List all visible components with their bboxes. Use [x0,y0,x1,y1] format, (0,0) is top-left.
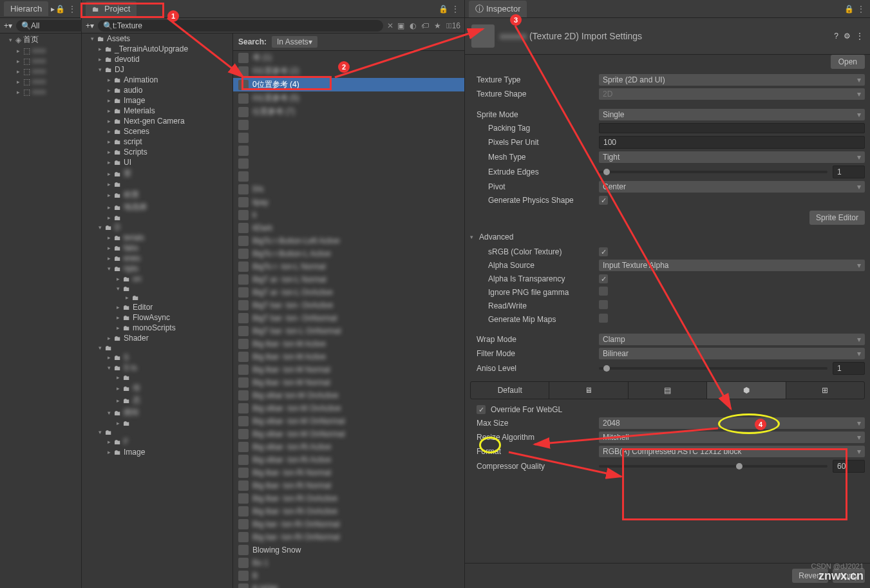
type-icon[interactable]: ◐ [410,21,416,30]
asset-item[interactable]: Big bar- ton-Ri OnNormal [233,531,464,544]
asset-item[interactable] [233,131,464,144]
filter-dropdown[interactable]: Bilinear [599,348,865,359]
ignore-png-checkbox[interactable] [599,287,608,296]
folder-item[interactable]: ▸🖿Animation [82,75,232,85]
extrude-input[interactable]: 1 [833,166,865,178]
resize-dropdown[interactable]: Mitchell [599,432,865,443]
platform-windows-tab[interactable]: ⊞ [786,382,864,399]
folder-item[interactable]: ▾🖿 [82,343,232,352]
asset-item[interactable]: BigT ar- ton-L OnActive [233,286,464,299]
asset-item[interactable]: lt [233,209,464,222]
quality-input[interactable]: 60 [833,460,865,473]
asset-item[interactable]: Big lbar- ton-Ri Normal [233,466,464,479]
asset-item[interactable] [233,170,464,183]
asset-item[interactable]: BigT bar- ton- OnActive [233,299,464,312]
folder-item[interactable]: ▸🖿 [82,419,232,428]
asset-item[interactable]: BigT bar- ton-L OnNormal [233,325,464,337]
label-icon[interactable]: 🏷 [421,21,429,30]
folder-item[interactable]: ▸🖿地选择 [82,201,232,213]
asset-item[interactable]: Big lbar- ton-Ri OnActive [233,505,464,518]
platform-standalone-tab[interactable]: 🖥 [549,382,628,399]
menu-icon[interactable]: ⋮ [857,5,866,14]
override-checkbox[interactable] [477,405,486,414]
menu-icon[interactable]: ⋮ [451,5,460,14]
folder-item[interactable]: ▸🖿 [82,213,232,222]
asset-item[interactable]: 位置参考 (7) [233,105,464,119]
menu-icon[interactable]: ⋮ [68,5,77,14]
alpha-trans-checkbox[interactable] [599,274,608,283]
advanced-section[interactable]: ▾Advanced [470,229,865,245]
asset-item[interactable]: Big lbar- ton-Ri OnActive [233,492,464,505]
clear-search-icon[interactable]: ✕ [387,21,393,30]
folder-item[interactable]: ▸🖿S [82,352,232,363]
lock-icon[interactable]: 🔒 [439,5,448,14]
folder-item[interactable]: ▾🖿DJ [82,64,232,75]
folder-item[interactable]: ▸🖿Scripts [82,147,232,157]
folder-item[interactable]: ▸🖿fabs [82,243,232,253]
sprite-editor-button[interactable]: Sprite Editor [809,211,865,225]
hierarchy-item[interactable]: ▸⬚=== [0,87,81,97]
folder-item[interactable]: ▸🖿传 [82,382,232,394]
folder-item[interactable]: ▸🖿Scenes [82,126,232,137]
folder-item[interactable]: ▸🖿 [82,373,232,382]
asset-item[interactable]: B [233,569,464,582]
lock-icon[interactable]: 🔒 [55,5,64,14]
folder-item[interactable]: ▾🖿跳转 [82,406,232,419]
quality-slider[interactable] [599,465,827,468]
help-icon[interactable]: ? [834,32,838,41]
folder-item[interactable]: ▾🖿ripts [82,263,232,274]
lock-icon[interactable]: 🔒 [844,5,853,14]
hidden-icon[interactable]: 👁⃠16 [446,21,460,30]
asset-item[interactable]: Big olbar- ton-M OnNormal [233,428,464,441]
asset-item[interactable]: Big lbar- ton-M Active [233,337,464,350]
hierarchy-item[interactable]: ▸⬚=== [0,77,81,87]
srgb-checkbox[interactable] [599,247,608,256]
hierarchy-item[interactable]: ▸⬚=== [0,56,81,66]
open-button[interactable]: Open [831,55,865,69]
asset-item[interactable]: Blowing Snow [233,544,464,556]
maxsize-dropdown[interactable]: 2048 [599,417,865,429]
pivot-dropdown[interactable]: Center [599,181,865,193]
plus-icon[interactable]: +▾ [4,21,12,30]
folder-item[interactable]: ▸🖿_TerrainAutoUpgrade [82,44,232,54]
star-icon[interactable]: ★ [434,21,441,30]
menu-icon[interactable]: ⋮ [856,32,864,41]
folder-item[interactable]: ▸🖿Shader [82,333,232,343]
folder-item[interactable]: ▸🖿Image [82,447,232,457]
folder-item[interactable]: ▸🖿 [82,180,232,189]
scene-root[interactable]: ▾◈首页 [0,33,81,46]
search-scope-dropdown[interactable]: In Assets▾ [272,36,317,48]
asset-item[interactable]: Big olbar- ton-Ri Active [233,453,464,466]
asset-item[interactable]: Big lbar- ton-Ri Normal [233,479,464,492]
asset-item[interactable]: BigTo r- ton-L Normal [233,260,464,273]
folder-item[interactable]: ▸🖿script [82,137,232,147]
settings-icon[interactable]: ⚙ [844,32,851,41]
folder-item[interactable]: ▸🖿Next-gen Camera [82,116,232,126]
asset-item[interactable]: Big olbar- ton-M OnActive [233,402,464,415]
asset-item[interactable]: Big olbar- ton-M OnNormal [233,415,464,428]
folder-item[interactable]: ▾🖿Assets [82,33,232,44]
gen-phys-checkbox[interactable] [599,196,608,205]
asset-item[interactable]: 0位置参考 (5) [233,91,464,105]
asset-item[interactable]: Big lbar- ton-M Active [233,350,464,363]
asset-item[interactable]: BigTo r-Button-Left Active [233,234,464,247]
mipmaps-checkbox[interactable] [599,314,608,323]
asset-item[interactable]: Big olbar- ton-Ri Active [233,441,464,453]
readwrite-checkbox[interactable] [599,300,608,309]
ppu-input[interactable]: 100 [599,136,865,149]
asset-item[interactable]: BigT ar- ton-L Normal [233,273,464,286]
alpha-src-dropdown[interactable]: Input Texture Alpha [599,260,865,271]
asset-item[interactable]: 0位置参考 (4) [233,78,464,91]
sprite-mode-dropdown[interactable]: Single [599,109,865,120]
folder-item[interactable]: ▾🖿D [82,222,232,232]
folder-item[interactable]: ▸🖿monoScripts [82,323,232,333]
project-tab[interactable]: 🖿Project [86,1,137,16]
mesh-type-dropdown[interactable]: Tight [599,151,865,163]
asset-item[interactable]: Big bar- ton-Ri OnNormal [233,518,464,531]
folder-item[interactable]: ▸🖿on [82,274,232,284]
asset-item[interactable]: Big lbar- ton-M Normal [233,376,464,389]
asset-item[interactable] [233,157,464,170]
asset-item[interactable]: BigTo r-Button-L Active [233,247,464,260]
folder-item[interactable]: ▸🖿 [82,293,232,302]
asset-item[interactable]: 考 (1) [233,51,464,64]
